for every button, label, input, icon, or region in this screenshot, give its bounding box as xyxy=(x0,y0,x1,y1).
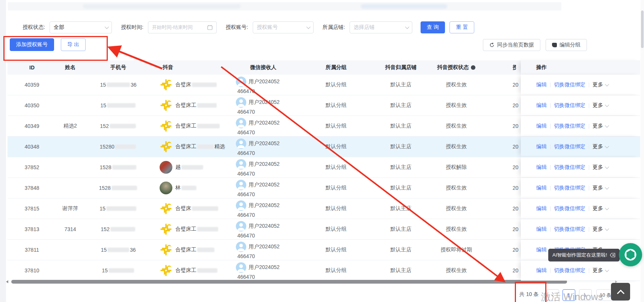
person-icon xyxy=(236,118,246,128)
back-to-top-button[interactable] xyxy=(611,283,630,300)
cell-wechat-receiver: 用户2024052 466470 xyxy=(236,95,305,116)
dismiss-icon[interactable] xyxy=(610,253,615,257)
cell-auth-status: 授权生效 xyxy=(417,178,496,198)
edit-link[interactable]: 编辑 xyxy=(536,102,547,109)
douyin-name-prefix: 合璧床工 xyxy=(175,267,196,273)
divider xyxy=(589,186,589,191)
chevron-down-icon xyxy=(605,82,609,86)
wechat-name-line2: 466470 xyxy=(237,252,305,260)
douyin-name-prefix: 合璧床工 xyxy=(175,226,196,232)
switch-wechat-binding-link[interactable]: 切换微信绑定 xyxy=(554,102,585,109)
add-authorized-account-button[interactable]: 添加授权账号 xyxy=(10,38,54,51)
more-dropdown-link[interactable]: 更多 xyxy=(593,102,608,109)
query-button[interactable]: 查 询 xyxy=(421,21,445,33)
douyin-avatar xyxy=(160,99,172,112)
auth-account-label: 授权账号: xyxy=(226,24,248,31)
douyin-avatar xyxy=(160,202,172,215)
status-help-dot-icon[interactable] xyxy=(471,65,475,70)
table-row: 37813 7314 152 合璧床工 用户2024052 xyxy=(8,219,640,240)
divider xyxy=(550,103,550,108)
ai-assistant-button[interactable] xyxy=(619,243,642,266)
more-dropdown-link[interactable]: 更多 xyxy=(593,267,608,274)
more-dropdown-link[interactable]: 更多 xyxy=(593,81,608,88)
accounts-table: ID 姓名 手机号 抖音 微信接收人 所属分组 抖音归属店铺 抖音授权状态 授权… xyxy=(8,60,640,277)
chevron-down-icon xyxy=(605,103,609,107)
more-dropdown-link[interactable]: 更多 xyxy=(593,185,608,191)
edit-link[interactable]: 编辑 xyxy=(536,226,547,233)
chevron-down-icon xyxy=(605,206,609,210)
censored-block xyxy=(197,268,217,273)
edit-link[interactable]: 编辑 xyxy=(536,185,547,191)
auth-account-select[interactable]: 授权账号 xyxy=(253,21,314,33)
scroll-left-arrow-icon[interactable] xyxy=(6,280,8,283)
vertical-scrollbar-thumb[interactable] xyxy=(641,11,644,48)
switch-wechat-binding-link[interactable]: 切换微信绑定 xyxy=(554,205,585,212)
cell-auth-status: 授权生效 xyxy=(417,260,496,281)
edit-link[interactable]: 编辑 xyxy=(536,246,547,253)
shop-select[interactable]: 选择店铺 xyxy=(350,21,412,33)
sync-page-data-button[interactable]: 同步当前页数据 xyxy=(483,39,540,51)
header-douyin: 抖音 xyxy=(152,60,238,75)
reset-button[interactable]: 重 置 xyxy=(449,21,474,33)
pagination-next-button[interactable]: › xyxy=(579,289,592,301)
divider xyxy=(589,144,589,149)
wechat-name-line1: 用户2024052 xyxy=(249,202,280,209)
cell-douyin-account: 合璧床工 xyxy=(152,240,238,260)
more-dropdown-link[interactable]: 更多 xyxy=(593,123,608,129)
cell-wechat-receiver: 用户2024052 466470 xyxy=(236,178,305,198)
table-tools: 同步当前页数据 编辑分组 xyxy=(483,39,587,51)
divider xyxy=(550,124,550,129)
edit-link[interactable]: 编辑 xyxy=(536,267,547,274)
wechat-name-line1: 用户2024052 xyxy=(249,120,280,126)
phone-visible-prefix: 15 xyxy=(100,102,106,108)
edit-link[interactable]: 编辑 xyxy=(536,81,547,88)
censored-block xyxy=(109,268,134,273)
cell-group: 默认分组 xyxy=(304,178,368,198)
table-row: 37852 1528 越 用户2024052 46647 xyxy=(8,157,640,178)
switch-wechat-binding-link[interactable]: 切换微信绑定 xyxy=(554,164,585,171)
auth-time-range-input[interactable]: 开始时间-结束时间 xyxy=(148,21,217,33)
censored-block xyxy=(197,248,214,252)
cell-actions: 编辑 切换微信绑定 更多 xyxy=(521,260,640,281)
censored-block xyxy=(110,124,136,128)
pagination-page-1[interactable]: 1 xyxy=(563,289,575,301)
edit-link[interactable]: 编辑 xyxy=(536,164,547,171)
censored-block xyxy=(197,124,220,128)
phone-visible-prefix: 1528 xyxy=(99,185,110,191)
export-button[interactable]: 导 出 xyxy=(61,38,86,51)
more-dropdown-link[interactable]: 更多 xyxy=(593,205,608,212)
more-dropdown-link[interactable]: 更多 xyxy=(593,164,608,171)
edit-link[interactable]: 编辑 xyxy=(536,123,547,129)
chevron-down-icon xyxy=(605,123,609,128)
cell-wechat-receiver: 用户2024052 466470 xyxy=(236,157,305,177)
chevron-down-icon xyxy=(605,185,609,189)
switch-wechat-binding-link[interactable]: 切换微信绑定 xyxy=(554,123,585,129)
divider xyxy=(550,206,550,211)
action-button-row: 添加授权账号 导 出 xyxy=(10,38,86,51)
cell-actions: 编辑 切换微信绑定 更多 xyxy=(521,157,640,177)
switch-wechat-binding-link[interactable]: 切换微信绑定 xyxy=(554,81,585,88)
pagination-prev-button[interactable]: ‹ xyxy=(546,289,559,301)
wechat-avatar xyxy=(236,262,246,273)
edit-group-button[interactable]: 编辑分组 xyxy=(546,39,587,51)
more-label: 更多 xyxy=(593,267,603,274)
table-row: 40359 1536 合璧床 用户2024052 466 xyxy=(8,75,640,95)
phone-visible-prefix: 15280 xyxy=(100,144,115,150)
switch-wechat-binding-link[interactable]: 切换微信绑定 xyxy=(554,267,585,274)
censored-block xyxy=(107,103,136,108)
more-dropdown-link[interactable]: 更多 xyxy=(593,143,608,150)
switch-wechat-binding-link[interactable]: 切换微信绑定 xyxy=(554,226,585,233)
auth-status-select[interactable]: 全部 xyxy=(50,21,112,33)
douyin-avatar xyxy=(160,182,172,194)
switch-wechat-binding-link[interactable]: 切换微信绑定 xyxy=(554,185,585,191)
edit-link[interactable]: 编辑 xyxy=(536,205,547,212)
horizontal-scrollbar-thumb[interactable] xyxy=(11,280,567,284)
cell-group: 默认分组 xyxy=(304,75,368,95)
wechat-avatar xyxy=(236,118,246,128)
more-dropdown-link[interactable]: 更多 xyxy=(593,226,608,233)
douyin-name-prefix: 合璧床工 xyxy=(175,123,196,129)
douyin-avatar xyxy=(160,223,172,236)
edit-link[interactable]: 编辑 xyxy=(536,143,547,150)
switch-wechat-binding-link[interactable]: 切换微信绑定 xyxy=(554,143,585,150)
cell-wechat-receiver: 用户2024052 466470 xyxy=(236,240,305,260)
